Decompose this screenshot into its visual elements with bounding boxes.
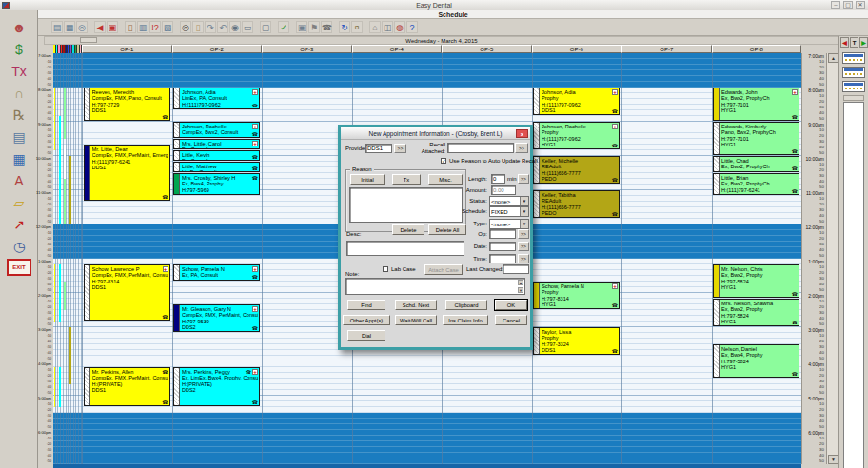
dialog-title[interactable]: New Appointment Information - (Crosby, B… xyxy=(341,127,530,140)
appointment[interactable]: +Mrs. Little, CarolEx, Consult xyxy=(173,139,260,149)
note-box[interactable]: ▲ ▼ xyxy=(345,278,525,295)
appointment[interactable]: +Johnson, RachelleCompEx, Bwx2, ConsultH… xyxy=(173,122,260,138)
save-icon[interactable]: ▣ xyxy=(296,21,307,33)
ok-button[interactable]: OK xyxy=(495,300,527,310)
dial-button[interactable]: Dial xyxy=(347,330,385,341)
clipboard-icon[interactable]: ▯ xyxy=(192,21,204,33)
door-icon[interactable]: ▯ xyxy=(125,21,136,33)
appointment-book-icon[interactable]: ▤ xyxy=(51,21,63,33)
cart-icon[interactable]: ▣ xyxy=(107,21,118,33)
exit-icon[interactable]: EXIT xyxy=(7,259,31,276)
appointment[interactable]: Mr. Nelson, ChrisEx, Bwx2, ProphyH:797-5… xyxy=(713,264,799,298)
help-icon[interactable]: ? xyxy=(406,21,418,33)
delete-button[interactable]: Delete xyxy=(392,224,424,235)
patients-icon[interactable]: ☻ xyxy=(7,18,31,37)
appointment[interactable]: +Johnson, AdiaProphyH:(111)797-0962DDS1☎ xyxy=(533,88,620,115)
treatment-plans-icon[interactable]: Tx xyxy=(7,62,31,81)
refresh-icon[interactable]: ↻ xyxy=(339,21,350,33)
appointment[interactable]: Nelson, DanielEx, Bwx4, ProphyH:797-5824… xyxy=(713,344,799,378)
time-clock-icon[interactable]: ◷ xyxy=(7,237,31,256)
op-header-op-2[interactable]: OP-2 xyxy=(172,45,263,53)
cancel-button[interactable]: Cancel xyxy=(495,315,527,325)
appointment[interactable]: +Edwards, JohnEx, Bwx2, ProphyChH:797-71… xyxy=(713,88,799,121)
auto-update-checkbox[interactable]: ✓ xyxy=(441,158,446,164)
note-scroll-up-icon[interactable]: ▲ xyxy=(518,280,523,285)
appointment[interactable]: Little, ChadEx, Bwx2, ProphyChH:(111)797… xyxy=(713,156,799,172)
globe-icon[interactable]: ◍ xyxy=(394,21,405,33)
appointment[interactable]: Little, MatthewLimEx, Consult☎ xyxy=(173,162,260,172)
route-undo-icon[interactable]: ↶ xyxy=(217,21,228,33)
camera-icon[interactable]: ◉ xyxy=(229,21,241,33)
slides-icon[interactable]: ▥ xyxy=(137,21,148,33)
appointment[interactable]: Little, KevinEx, Consult☎ xyxy=(173,150,260,161)
schedule-select[interactable]: FIXED▼ xyxy=(489,206,529,217)
appointment[interactable]: +Johnson, RachelleProphyH:(111)797-0962H… xyxy=(533,122,620,149)
next-day-button[interactable]: ▶ xyxy=(859,37,868,48)
appointment[interactable]: +Schow, Pamela NProphyH:797-8314HYG1☎ xyxy=(533,282,620,309)
note-scroll-down-icon[interactable]: ▼ xyxy=(518,287,523,293)
scroll-down-button[interactable]: ▼ xyxy=(828,455,838,464)
find-button[interactable]: Find xyxy=(347,300,385,310)
op-search-button[interactable]: >> xyxy=(518,229,529,239)
op-header-op-7[interactable]: OP-7 xyxy=(621,45,712,53)
patient-chart-icon[interactable]: ∩ xyxy=(7,84,31,103)
type-select[interactable]: <none>▼ xyxy=(489,219,529,229)
rx-icon[interactable]: ℞ xyxy=(7,106,31,125)
speaker-icon[interactable]: ◀ xyxy=(94,21,106,33)
previous-day-button[interactable]: ◀ xyxy=(840,37,849,48)
reports-icon[interactable]: ▦ xyxy=(7,149,31,168)
appointment[interactable]: ☎Mr. Perkins, AllenCompEx, FMX, PerMaint… xyxy=(84,367,170,406)
home-icon[interactable]: ⌂ xyxy=(369,21,381,33)
date-search-button[interactable]: >> xyxy=(518,242,529,251)
op-header-op-6[interactable]: OP-6 xyxy=(532,45,622,53)
phone-icon[interactable]: ☎ xyxy=(321,21,332,33)
pinboard-icon[interactable]: !? xyxy=(149,21,161,33)
documents-icon[interactable]: ▤ xyxy=(7,127,31,146)
money-icon[interactable]: ¤ xyxy=(351,21,363,33)
maximize-button[interactable]: ▢ xyxy=(843,1,853,9)
op-header-op-8[interactable]: OP-8 xyxy=(712,45,802,53)
perio-icon[interactable]: ↗ xyxy=(7,215,31,234)
appointment[interactable]: Keller, TabithaREAdultH:(111)656-7777PED… xyxy=(533,190,620,218)
recall-input[interactable] xyxy=(447,143,514,153)
note-button[interactable] xyxy=(80,37,97,43)
dropdown-arrow-icon[interactable]: ▼ xyxy=(520,207,528,216)
day-view-button[interactable] xyxy=(842,52,865,64)
op-header-op-3[interactable]: OP-3 xyxy=(262,45,352,53)
time-input[interactable] xyxy=(489,254,516,263)
reports-icon[interactable]: ◫ xyxy=(382,21,393,33)
appointment[interactable]: Reeves, MeredithCompEx, FMX, Pano, Consu… xyxy=(84,88,170,121)
chart-edit-icon[interactable]: ▧ xyxy=(162,21,173,33)
length-input[interactable] xyxy=(491,174,505,184)
search-date-icon[interactable]: ◎ xyxy=(76,21,88,33)
date-input[interactable] xyxy=(489,242,516,251)
appointment[interactable]: +Schow, Lawrence PCompEx, FMX, PerMaint,… xyxy=(84,264,170,321)
appointment[interactable]: Keller, MichelleREAdultH:(111)656-7777PE… xyxy=(533,156,620,184)
recall-search-button[interactable]: >> xyxy=(515,143,528,153)
time-search-button[interactable]: >> xyxy=(518,254,529,263)
clipboard-button[interactable]: Clipboard xyxy=(445,300,487,310)
minimize-button[interactable]: – xyxy=(831,1,840,9)
ins-claim-info-button[interactable]: Ins Claim Info xyxy=(443,315,488,325)
tx-button[interactable]: Tx xyxy=(392,174,421,185)
appointment-list[interactable] xyxy=(843,102,864,468)
provider-search-button[interactable]: >> xyxy=(394,144,406,153)
appointment[interactable]: Mr. Little, DeanCompEx, FMX, PerMaint, E… xyxy=(84,145,170,201)
length-stepper[interactable]: >> xyxy=(518,174,529,184)
provider-input[interactable] xyxy=(365,144,392,153)
appointment[interactable]: Taylor, LissaProphyH:797-3324DDS1☎ xyxy=(533,327,620,355)
dropdown-arrow-icon[interactable]: ▼ xyxy=(520,220,528,228)
appointment[interactable]: +Mr. Gleason, Gary NCompEx, FMX, PerMain… xyxy=(173,304,260,332)
practice-folder-icon[interactable]: ▱ xyxy=(7,193,31,212)
appointment[interactable]: ☎Mrs. Crosby, Shirley HEx, Bwx4, ProphyH… xyxy=(173,173,260,195)
dialog-close-button[interactable]: x xyxy=(516,129,528,138)
zoom-icon[interactable]: ◎ xyxy=(180,21,191,33)
flag-icon[interactable]: ⚑ xyxy=(308,21,320,33)
check-icon[interactable]: ✓ xyxy=(278,21,289,33)
quick-letters-icon[interactable]: A xyxy=(7,171,31,190)
month-view-button[interactable] xyxy=(842,81,865,92)
schd-next-button[interactable]: Schd. Next xyxy=(395,300,437,310)
vertical-scrollbar[interactable]: ▲ ▼ xyxy=(826,53,838,464)
op-header-op-5[interactable]: OP-5 xyxy=(442,45,532,53)
today-button[interactable]: T xyxy=(850,37,858,48)
